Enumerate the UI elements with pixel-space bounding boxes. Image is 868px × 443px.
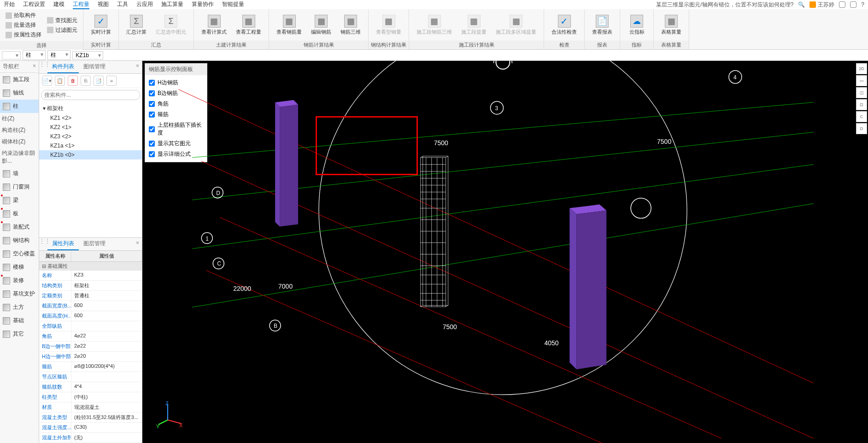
tree-item[interactable]: KZ2 <1> <box>39 123 142 132</box>
prop-row[interactable]: 箍筋⌀8@100/200(4*4) <box>39 362 142 372</box>
prop-row[interactable]: 柱类型(中柱) <box>39 392 142 402</box>
nav-item-装修[interactable]: 装修 <box>0 274 39 287</box>
prop-row[interactable]: 材质现浇混凝土 <box>39 402 142 413</box>
menu-视图[interactable]: 视图 <box>98 0 109 9</box>
menu-工具[interactable]: 工具 <box>117 0 128 9</box>
nav-sub-柱(Z)[interactable]: 柱(Z) <box>0 113 39 124</box>
copy2-button[interactable]: ⎘ <box>81 76 91 86</box>
prop-val[interactable] <box>71 372 142 382</box>
menu-开始[interactable]: 开始 <box>4 0 15 9</box>
prop-row[interactable]: 节点区箍筋 <box>39 372 142 382</box>
prop-val[interactable]: 4*4 <box>71 382 142 392</box>
tab-component-list[interactable]: 构件列表 <box>47 61 79 73</box>
rb-钢筋三维[interactable]: 钢筋三维 <box>337 14 364 36</box>
nav-item-楼梯[interactable]: 楼梯 <box>0 260 39 274</box>
selector-1[interactable]: 柱 <box>23 50 46 60</box>
rb-批量选择[interactable]: 批量选择 <box>4 21 43 30</box>
prop-row[interactable]: 结构类别框架柱 <box>39 281 142 291</box>
prop-row[interactable]: 混凝土外加剂(无) <box>39 433 142 443</box>
tree-item[interactable]: KZ1a <1> <box>39 141 142 150</box>
selector-3[interactable]: KZ1b <box>72 51 103 59</box>
prop-row[interactable]: 全部纵筋 <box>39 321 142 331</box>
nav-item-板[interactable]: 板 <box>0 207 39 220</box>
prop-val[interactable]: 600 <box>71 301 142 311</box>
rb-拾取构件[interactable]: 拾取构件 <box>4 11 43 20</box>
rb-查看报表[interactable]: 查看报表 <box>588 14 616 36</box>
paste-button[interactable]: 📑 <box>94 76 104 86</box>
menu-建模[interactable]: 建模 <box>53 0 65 9</box>
prop-drag-icon[interactable]: ⋮⋮ <box>39 238 47 250</box>
prop-val[interactable]: 2⌀22 <box>71 342 142 351</box>
nav-item-基础[interactable]: 基础 <box>0 314 39 327</box>
rb-编辑钢筋[interactable]: 编辑钢筋 <box>307 14 335 36</box>
view-d-button[interactable]: D <box>856 123 867 134</box>
menu-施工算量[interactable]: 施工算量 <box>161 0 183 9</box>
rb-表格算量[interactable]: 表格算量 <box>657 14 685 36</box>
menu-算量协作[interactable]: 算量协作 <box>192 0 214 9</box>
nav-item-装配式[interactable]: 装配式 <box>0 220 39 234</box>
prop-val[interactable]: 框架柱 <box>71 281 142 290</box>
prop-val[interactable]: ⌀8@100/200(4*4) <box>71 362 142 372</box>
nav-sub-砌体柱(Z)[interactable]: 砌体柱(Z) <box>0 136 39 148</box>
prop-val[interactable]: 4⌀22 <box>71 331 142 341</box>
tree-item[interactable]: KZ1b <0> <box>39 150 142 159</box>
selector-2[interactable]: 柱 <box>47 50 70 60</box>
menu-云应用[interactable]: 云应用 <box>136 0 153 9</box>
copy-button[interactable]: 📋 <box>55 76 65 86</box>
prop-row[interactable]: 名称KZ3 <box>39 271 142 281</box>
prop-row[interactable]: 角筋4⌀22 <box>39 331 142 342</box>
nav-item-门窗洞[interactable]: 门窗洞 <box>0 180 39 194</box>
nav-item-轴线[interactable]: 轴线 <box>0 86 39 100</box>
view-zoom-button[interactable]: ⊡ <box>856 99 867 110</box>
search-icon[interactable]: 🔍 <box>798 1 805 8</box>
prop-row[interactable]: B边一侧中部筋2⌀22 <box>39 342 142 352</box>
view-2d-button[interactable]: 2D <box>856 63 867 74</box>
nav-item-施工段[interactable]: 施工段 <box>0 73 39 86</box>
search-input[interactable] <box>41 90 140 100</box>
tab-drawing-mgr[interactable]: 图纸管理 <box>79 61 110 73</box>
prop-val[interactable]: 2⌀20 <box>71 352 142 361</box>
prop-val[interactable]: KZ3 <box>71 271 142 280</box>
view-c-button[interactable]: C <box>856 111 867 122</box>
nav-item-柱[interactable]: 柱 <box>0 100 39 113</box>
menu-智能提量[interactable]: 智能提量 <box>222 0 244 9</box>
nav-item-土方[interactable]: 土方 <box>0 301 39 314</box>
tree-group[interactable]: ▾ 框架柱 <box>39 104 142 113</box>
rb-云指标[interactable]: 云指标 <box>624 14 650 36</box>
prop-val[interactable]: 普通柱 <box>71 291 142 301</box>
prop-group[interactable]: ⊟ 基础属性 <box>39 262 142 271</box>
rb-汇总计算[interactable]: 汇总计算 <box>123 14 150 36</box>
rb-合法性检查[interactable]: 合法性检查 <box>548 14 581 36</box>
nav-item-钢结构[interactable]: 钢结构 <box>0 234 39 247</box>
prop-row[interactable]: 混凝土强度...(C30) <box>39 423 142 433</box>
nav-sub-构造柱(Z)[interactable]: 构造柱(Z) <box>0 124 39 136</box>
tab-prop-list[interactable]: 属性列表 <box>47 238 79 250</box>
nav-sub-约束边缘非阴影...[interactable]: 约束边缘非阴影... <box>0 148 39 167</box>
tree-item[interactable]: KZ1 <2> <box>39 113 142 123</box>
tab-layer-mgr[interactable]: 图层管理 <box>79 238 110 250</box>
prop-val[interactable]: (粒径31.5至32.5级坍落度3... <box>71 413 142 422</box>
rb-过滤图元[interactable]: 过滤图元 <box>45 26 79 35</box>
delete-button[interactable]: 🗑 <box>68 76 78 86</box>
nav-item-梁[interactable]: 梁 <box>0 194 39 207</box>
user-badge[interactable]: 王苏婷 <box>809 1 834 9</box>
prop-val[interactable] <box>71 321 142 331</box>
rb-按属性选择[interactable]: 按属性选择 <box>4 30 43 39</box>
prop-val[interactable]: (无) <box>71 433 142 443</box>
prop-row[interactable]: H边一侧中部筋2⌀20 <box>39 352 142 362</box>
axis-gizmo[interactable]: X Y Z <box>156 402 184 429</box>
menu-工程量[interactable]: 工程量 <box>73 0 89 9</box>
selector-0[interactable] <box>2 51 21 59</box>
rb-查看工程量[interactable]: 查看工程量 <box>232 14 265 36</box>
nav-item-基坑支护[interactable]: 基坑支护 <box>0 287 39 301</box>
menu-工程设置[interactable]: 工程设置 <box>23 0 45 9</box>
prop-row[interactable]: 混凝土类型(粒径31.5至32.5级坍落度3... <box>39 413 142 423</box>
view-3d-button[interactable]: ▭ <box>856 75 867 86</box>
rb-查看钢筋量[interactable]: 查看钢筋量 <box>273 14 305 36</box>
prop-val[interactable]: 600 <box>71 311 142 321</box>
nav-item-墙[interactable]: 墙 <box>0 167 39 180</box>
help-text[interactable]: 某层三维显示图元/轴网有错位，位置不对应该如何处理? <box>656 1 793 9</box>
nav-item-空心楼盖[interactable]: 空心楼盖 <box>0 247 39 260</box>
nav-close-icon[interactable]: × <box>33 63 36 71</box>
prop-val[interactable]: (中柱) <box>71 392 142 402</box>
